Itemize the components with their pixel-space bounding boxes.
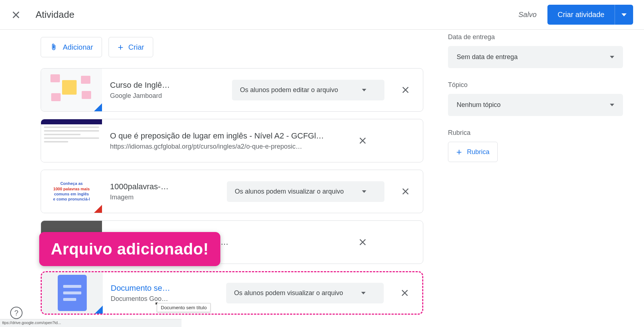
remove-attachment-button[interactable] xyxy=(352,232,373,252)
attachment-card-highlighted: Documento se… Documentos Goo… Os alunos … xyxy=(41,271,423,315)
caret-down-icon xyxy=(610,104,614,106)
annotation-badge: Arquivo adicionado! xyxy=(39,232,220,266)
help-button[interactable]: ? xyxy=(10,307,23,319)
thumb-text: comuns em inglês xyxy=(54,191,89,196)
attachment-title[interactable]: O que é preposição de lugar em inglês - … xyxy=(110,131,345,141)
create-label: Criar xyxy=(129,43,144,51)
due-date-value: Sem data de entrega xyxy=(457,53,518,61)
thumb-text: 1000 palavras mais xyxy=(53,186,90,191)
attachment-subtitle: Imagem xyxy=(110,194,219,201)
remove-attachment-button[interactable] xyxy=(395,181,416,202)
rubric-label: Rubrica xyxy=(448,129,623,137)
caret-down-icon xyxy=(621,13,627,16)
paperclip-icon xyxy=(50,42,58,52)
page-title: Atividade xyxy=(36,9,74,20)
close-icon[interactable] xyxy=(11,10,21,20)
caret-down-icon xyxy=(362,89,366,91)
add-label: Adicionar xyxy=(63,43,93,51)
attachment-thumbnail[interactable] xyxy=(41,119,102,162)
attachment-thumbnail[interactable] xyxy=(41,69,102,111)
saved-status: Salvo xyxy=(518,11,537,19)
caret-down-icon xyxy=(362,190,366,193)
permission-select[interactable]: Os alunos podem visualizar o arquivo xyxy=(227,181,384,202)
topic-select[interactable]: Nenhum tópico xyxy=(448,94,623,116)
permission-value: Os alunos podem visualizar o arquivo xyxy=(234,289,343,297)
attachment-card: Conheça as 1000 palavras mais comuns em … xyxy=(41,170,423,213)
thumb-text: e como pronunciá-l xyxy=(53,196,90,202)
attachment-title[interactable]: 1000palavras-… xyxy=(110,182,219,191)
plus-icon: + xyxy=(456,147,462,157)
attachment-subtitle: Documentos Goo… xyxy=(111,295,218,303)
status-bar: ttps://drive.google.com/open?id... xyxy=(0,319,182,327)
attachment-subtitle: Google Jamboard xyxy=(110,92,224,100)
attachment-thumbnail[interactable]: Conheça as 1000 palavras mais comuns em … xyxy=(41,170,102,213)
due-date-select[interactable]: Sem data de entrega xyxy=(448,46,623,68)
attachment-title[interactable]: Documento se… xyxy=(111,283,218,293)
attachment-card: Curso de Inglê… Google Jamboard Os aluno… xyxy=(41,68,423,112)
create-activity-dropdown[interactable] xyxy=(615,5,633,25)
caret-down-icon xyxy=(361,292,366,294)
remove-attachment-button[interactable] xyxy=(395,80,416,100)
remove-attachment-button[interactable] xyxy=(352,131,373,151)
tooltip: Documento sem título xyxy=(157,303,211,312)
due-date-label: Data de entrega xyxy=(448,33,623,41)
caret-down-icon xyxy=(610,56,614,58)
add-attachment-button[interactable]: Adicionar xyxy=(41,37,102,57)
add-rubric-button[interactable]: + Rubrica xyxy=(448,142,498,162)
topic-value: Nenhum tópico xyxy=(457,101,501,109)
create-attachment-button[interactable]: + Criar xyxy=(109,37,153,57)
google-doc-icon xyxy=(58,275,87,311)
plus-icon: + xyxy=(118,42,123,52)
permission-value: Os alunos podem visualizar o arquivo xyxy=(235,188,344,195)
topic-label: Tópico xyxy=(448,81,623,89)
rubric-button-label: Rubrica xyxy=(467,148,489,156)
remove-attachment-button[interactable] xyxy=(395,283,415,303)
thumb-text: Conheça as xyxy=(60,181,83,186)
attachment-title[interactable]: Curso de Inglê… xyxy=(110,80,224,90)
create-activity-button[interactable]: Criar atividade xyxy=(547,5,615,25)
permission-select[interactable]: Os alunos podem editar o arquivo xyxy=(232,80,384,100)
permission-value: Os alunos podem editar o arquivo xyxy=(240,86,338,94)
header-bar: Atividade Salvo Criar atividade xyxy=(0,0,644,30)
permission-select[interactable]: Os alunos podem visualizar o arquivo xyxy=(226,283,384,303)
attachment-url: https://idiomas.gcfglobal.org/pt/curso/i… xyxy=(110,143,345,150)
attachment-card: O que é preposição de lugar em inglês - … xyxy=(41,119,423,162)
attachment-thumbnail[interactable] xyxy=(42,272,103,314)
